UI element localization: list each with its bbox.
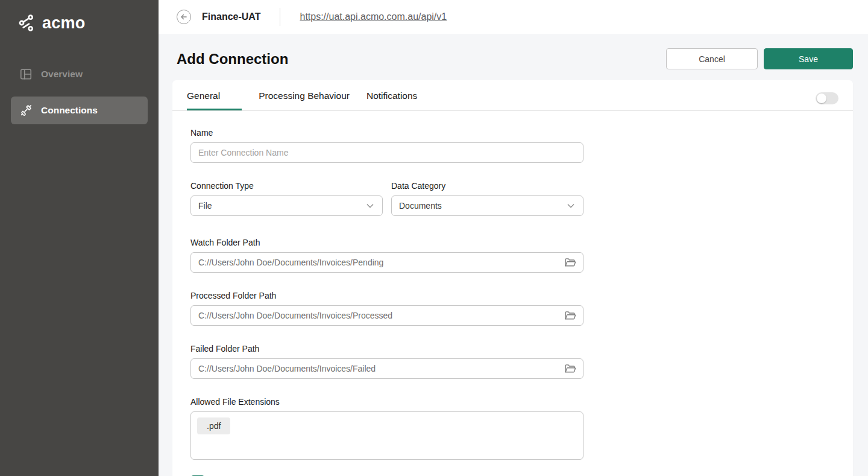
topbar: Finance-UAT https://uat.api.acmo.com.au/… — [159, 0, 868, 34]
failed-folder-label: Failed Folder Path — [190, 344, 583, 354]
connection-type-label: Connection Type — [190, 181, 383, 191]
folder-open-icon — [564, 310, 577, 321]
watch-folder-label: Watch Folder Path — [190, 238, 583, 247]
folder-open-icon — [564, 363, 577, 374]
folder-open-icon — [564, 257, 577, 268]
allowed-extensions-label: Allowed File Extensions — [190, 397, 583, 407]
header-actions: Cancel Save — [666, 48, 853, 69]
watch-folder-input[interactable] — [190, 252, 583, 273]
name-label: Name — [190, 128, 583, 138]
sidebar-item-label: Overview — [41, 69, 83, 80]
panel-toggle-switch[interactable] — [816, 92, 838, 104]
tab-general[interactable]: General — [187, 80, 242, 110]
back-button[interactable] — [177, 10, 191, 24]
app-logo-text: acmo — [42, 14, 85, 33]
page-header: Add Connection Cancel Save — [159, 34, 868, 80]
data-category-select[interactable]: Documents — [391, 195, 583, 216]
failed-folder-browse-button[interactable] — [564, 363, 577, 374]
app-logo: acmo — [0, 0, 159, 43]
processed-folder-group: Processed Folder Path — [190, 291, 583, 326]
connection-form: Name Connection Type File Data Category — [172, 111, 853, 476]
connections-icon — [19, 104, 33, 117]
allowed-extensions-group: Allowed File Extensions .pdf — [190, 397, 583, 460]
name-input[interactable] — [190, 142, 583, 163]
cancel-button[interactable]: Cancel — [666, 48, 758, 69]
data-category-label: Data Category — [391, 181, 583, 191]
toggle-knob — [817, 94, 826, 103]
chevron-down-icon — [566, 201, 576, 211]
watch-folder-browse-button[interactable] — [564, 257, 577, 268]
main-area: Finance-UAT https://uat.api.acmo.com.au/… — [159, 0, 868, 476]
tab-notifications[interactable]: Notifications — [366, 80, 417, 110]
data-category-value: Documents — [399, 201, 442, 211]
arrow-left-icon — [180, 13, 188, 21]
processed-folder-label: Processed Folder Path — [190, 291, 583, 300]
chevron-down-icon — [365, 201, 375, 211]
failed-folder-input[interactable] — [190, 358, 583, 379]
sidebar-item-label: Connections — [41, 105, 98, 116]
extension-chip[interactable]: .pdf — [197, 417, 230, 434]
acmo-logo-icon — [17, 13, 36, 33]
save-button[interactable]: Save — [764, 48, 853, 69]
tab-processing-behaviour[interactable]: Processing Behaviour — [259, 80, 350, 110]
type-category-row: Connection Type File Data Category Docum… — [190, 181, 583, 216]
topbar-divider — [280, 8, 280, 26]
sidebar: acmo Overview Connections — [0, 0, 159, 476]
form-panel: General Processing Behaviour Notificatio… — [172, 80, 853, 476]
name-field-group: Name — [190, 128, 583, 163]
allowed-extensions-input[interactable]: .pdf — [190, 411, 583, 460]
page-title: Add Connection — [177, 51, 288, 68]
processed-folder-input[interactable] — [190, 305, 583, 326]
data-category-group: Data Category Documents — [391, 181, 583, 216]
sidebar-item-overview[interactable]: Overview — [11, 60, 148, 88]
connection-type-select[interactable]: File — [190, 195, 383, 216]
watch-folder-group: Watch Folder Path — [190, 238, 583, 273]
connection-type-group: Connection Type File — [190, 181, 383, 216]
processed-folder-browse-button[interactable] — [564, 310, 577, 321]
overview-icon — [19, 68, 33, 81]
failed-folder-group: Failed Folder Path — [190, 344, 583, 379]
sidebar-item-connections[interactable]: Connections — [11, 97, 148, 124]
connection-type-value: File — [198, 201, 212, 211]
tabs-row: General Processing Behaviour Notificatio… — [172, 80, 853, 111]
api-url-link[interactable]: https://uat.api.acmo.com.au/api/v1 — [300, 11, 447, 22]
connection-title: Finance-UAT — [202, 11, 260, 22]
